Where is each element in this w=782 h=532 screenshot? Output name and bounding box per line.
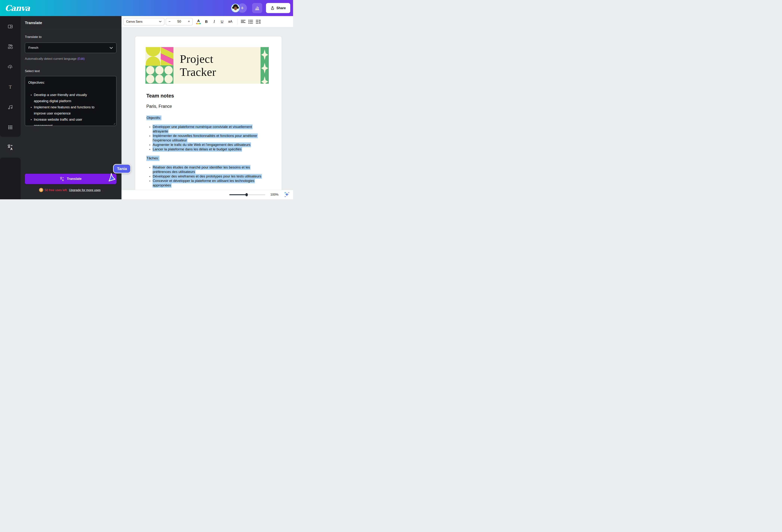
sidebar-group-top: T (0, 16, 21, 137)
font-size-value[interactable]: 50 (177, 20, 181, 24)
sidebar-item-elements[interactable] (6, 43, 14, 51)
font-family-select[interactable]: Canva Sans (123, 18, 165, 26)
share-button[interactable]: Share (266, 3, 290, 13)
text-toolbar: Canva Sans − 50 + A B I U aA (121, 16, 293, 27)
sidebar-item-translate-active[interactable]: A (0, 137, 21, 158)
font-size-stepper: − 50 + (166, 18, 193, 26)
uses-warning-text: 50 free uses left. (45, 188, 68, 192)
banner-graphic[interactable]: Project Tracker (145, 47, 269, 84)
detect-language-line: Automatically detect current language (E… (25, 57, 85, 61)
text-case-button[interactable]: aA (227, 18, 234, 26)
objectives-list: Développer une plateforme numérique conv… (146, 125, 268, 151)
language-select-value: French (28, 46, 38, 50)
italic-button[interactable]: I (211, 18, 217, 26)
banner-star-strip (260, 47, 269, 84)
list-item: Réaliser des études de marché pour ident… (152, 165, 268, 174)
top-bar: Canva + (0, 0, 293, 16)
text-color-button[interactable]: A (196, 18, 201, 26)
list-item: Lancer la plateforme dans les délais et … (152, 147, 268, 151)
share-label: Share (277, 6, 286, 10)
chevron-down-icon (109, 47, 113, 49)
bar-chart-icon (255, 6, 260, 10)
translate-button[interactable]: A Translate (25, 174, 116, 184)
sidebar-item-text[interactable]: T (6, 83, 14, 91)
resize-handle-icon[interactable] (113, 122, 115, 125)
translated-text-block[interactable]: Objectifs: Développer une plateforme num… (146, 116, 268, 188)
bulleted-list-icon (248, 20, 253, 24)
toolbar-divider (238, 19, 238, 25)
translate-button-icon: A (60, 177, 65, 181)
status-bar: 100% (121, 190, 293, 199)
edit-language-link[interactable]: (Edit) (77, 57, 85, 60)
sparkles-icon (284, 191, 290, 198)
list-item: Développer une plateforme numérique conv… (152, 125, 268, 134)
underline-button[interactable]: U (219, 18, 225, 26)
templates-icon (8, 24, 13, 29)
music-note-icon (7, 105, 13, 110)
sidebar-item-audio[interactable] (6, 103, 14, 111)
svg-text:A: A (10, 147, 12, 150)
source-text-area[interactable]: Objectives: Develop a user-friendly and … (25, 76, 116, 126)
section-heading: Objectifs: (146, 115, 162, 120)
document-heading[interactable]: Team notes (146, 93, 174, 99)
sidebar: T (0, 16, 21, 199)
bulleted-list-button[interactable] (248, 18, 253, 26)
upgrade-link[interactable]: Upgrade for more uses (69, 188, 101, 192)
banner-title-line2: Tracker (180, 65, 260, 78)
upload-cloud-icon (7, 64, 13, 70)
document-subheading[interactable]: Paris, France (146, 104, 172, 109)
line-spacing-button[interactable] (256, 18, 261, 26)
design-canvas[interactable]: Project Tracker Team notes Paris, France… (121, 27, 293, 190)
svg-text:T: T (9, 84, 11, 89)
usage-row: ♛ 50 free uses left. Upgrade for more us… (21, 188, 121, 192)
avatar-image (232, 4, 240, 12)
svg-text:A: A (62, 179, 64, 181)
section-heading: Tâches: (146, 156, 159, 161)
source-heading: Objectives: (28, 80, 101, 86)
select-text-label: Select text (25, 69, 40, 73)
banner-left-art (145, 47, 173, 84)
text-icon: T (8, 84, 13, 90)
translate-button-label: Translate (67, 177, 81, 181)
apps-grid-icon (8, 125, 13, 130)
sidebar-item-design[interactable] (6, 23, 14, 31)
line-spacing-icon (256, 20, 261, 24)
list-item: Développer des wireframes et des prototy… (152, 174, 268, 179)
banner-title-block: Project Tracker (173, 47, 260, 84)
banner-triangle-strip (161, 47, 173, 65)
font-family-value: Canva Sans (126, 20, 142, 23)
source-bullet: Increase website traffic and user engage… (34, 117, 101, 126)
align-left-icon (241, 20, 246, 24)
detect-language-text: Automatically detect current language (25, 57, 76, 60)
source-bullet: Develop a user-friendly and visually app… (34, 92, 101, 104)
language-select[interactable]: French (25, 43, 116, 53)
zoom-slider-fill (229, 194, 247, 195)
crown-icon: ♛ (39, 188, 43, 192)
upgrade-period: . (102, 188, 103, 192)
insights-button[interactable] (252, 3, 262, 13)
list-item: Augmenter le trafic du site Web et l’eng… (152, 143, 268, 147)
increase-font-button[interactable]: + (188, 20, 190, 24)
zoom-slider-knob[interactable] (245, 193, 248, 196)
share-icon (271, 6, 275, 10)
bold-button[interactable]: B (204, 18, 209, 26)
canva-logo[interactable]: Canva (5, 4, 30, 13)
translate-to-label: Translate to (25, 35, 41, 39)
tasks-list: Réaliser des études de marché pour ident… (146, 165, 268, 188)
source-bullet-list: Develop a user-friendly and visually app… (28, 92, 101, 126)
magic-button[interactable] (284, 191, 290, 198)
sidebar-item-apps[interactable] (6, 123, 14, 131)
cursor-arrow-icon (108, 173, 116, 182)
zoom-slider[interactable] (229, 193, 265, 196)
rainbow-color-bar (196, 23, 201, 24)
collaborator-name-badge: Tania (113, 164, 131, 173)
avatar[interactable] (231, 3, 240, 13)
decrease-font-button[interactable]: − (169, 20, 171, 24)
document-page[interactable]: Project Tracker Team notes Paris, France… (135, 36, 282, 190)
banner-leaf-shapes (145, 47, 161, 65)
canva-editor: Canva + (0, 0, 293, 199)
zoom-level[interactable]: 100% (271, 193, 279, 196)
alignment-button[interactable] (241, 18, 246, 26)
sidebar-item-uploads[interactable] (6, 63, 14, 71)
banner-title-line1: Project (180, 52, 260, 65)
